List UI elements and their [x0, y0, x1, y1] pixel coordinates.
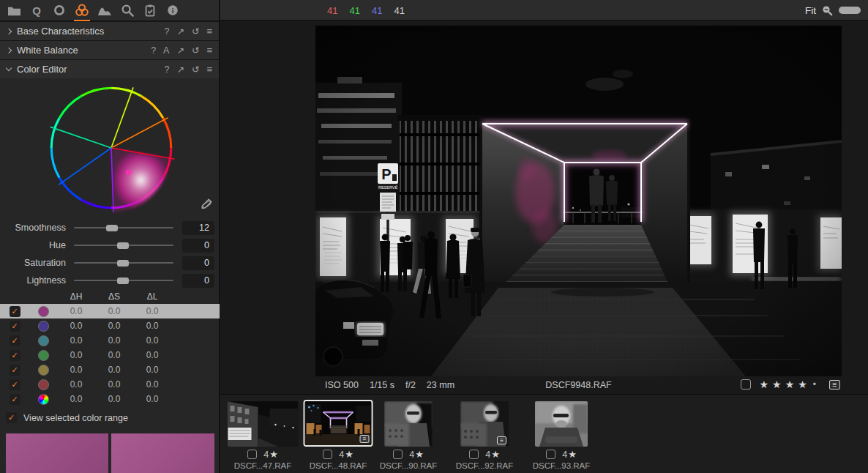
color-range-swatch[interactable] [38, 379, 49, 390]
lens-tab[interactable] [50, 1, 68, 19]
eyedropper-icon [200, 198, 213, 211]
filmstrip-item[interactable]: 4★ DSCF...93.RAF [521, 395, 602, 473]
reset-icon[interactable]: ↺ [192, 64, 199, 75]
magnifier-icon [121, 4, 135, 18]
table-row[interactable]: ✓ 0.0 0.0 0.0 [0, 377, 220, 392]
select-checkbox[interactable] [741, 379, 751, 390]
expand-icon[interactable]: ↗ [176, 64, 184, 75]
color-range-swatch[interactable] [38, 350, 49, 361]
star-icon[interactable]: ★ [798, 379, 807, 390]
slider-label: Saturation [0, 258, 66, 268]
col-delta-l: ΔL [133, 291, 171, 304]
slider-value[interactable]: 0 [182, 256, 214, 270]
zoom-out-magnifier-icon[interactable] [822, 5, 833, 16]
thumb-checkbox[interactable] [393, 450, 403, 459]
slider-track[interactable] [74, 242, 173, 249]
thumb-rating[interactable]: 4★ [409, 449, 424, 460]
color-range-swatch[interactable] [38, 306, 49, 317]
chevron-right-icon[interactable] [6, 28, 12, 34]
slider-track[interactable] [74, 259, 173, 267]
chevron-right-icon[interactable] [6, 47, 12, 53]
row-checkbox[interactable]: ✓ [10, 321, 20, 332]
star-icon[interactable]: ★ [785, 379, 795, 390]
details-tab[interactable] [119, 1, 136, 19]
row-checkbox[interactable]: ✓ [10, 335, 20, 346]
thumbnail-image[interactable]: ≡ [304, 400, 373, 447]
zoom-slider-handle[interactable] [839, 7, 861, 14]
color-editor-header[interactable]: Color Editor ? ↗ ↺ ≡ [0, 59, 219, 78]
color-range-swatch[interactable] [38, 365, 49, 376]
slider-value[interactable]: 0 [182, 239, 214, 253]
star-placeholder-icon[interactable]: • [811, 379, 818, 390]
slider-value[interactable]: 0 [182, 274, 214, 288]
metadata-tab[interactable]: i [164, 1, 182, 19]
slider-track[interactable] [74, 277, 173, 284]
thumb-rating[interactable]: 4★ [339, 449, 353, 460]
star-icon[interactable]: ★ [772, 379, 782, 390]
library-tab[interactable] [5, 1, 23, 19]
reset-icon[interactable]: ↺ [192, 26, 199, 37]
note-icon[interactable]: ≡ [829, 380, 840, 390]
expand-icon[interactable]: ↗ [176, 45, 184, 56]
exposure-tab[interactable] [96, 1, 113, 19]
thumb-filename: DSCF...93.RAF [514, 461, 609, 470]
all-colors-swatch[interactable] [38, 394, 49, 405]
auto-adjust-icon[interactable]: A [163, 45, 169, 56]
color-range-swatch[interactable] [38, 335, 49, 346]
thumbnail-image[interactable]: ≡ [460, 401, 509, 447]
thumbnail-image[interactable] [384, 401, 433, 447]
row-checkbox[interactable]: ✓ [10, 306, 20, 317]
thumb-rating[interactable]: 4★ [263, 449, 278, 460]
table-row[interactable]: ✓ 0.0 0.0 0.0 [0, 362, 220, 377]
help-icon[interactable]: ? [164, 26, 169, 37]
slider-knob[interactable] [117, 278, 129, 284]
slider-knob[interactable] [117, 242, 129, 249]
expand-icon[interactable]: ↗ [176, 26, 184, 37]
thumbnail-image[interactable] [535, 401, 588, 447]
preset-menu-icon[interactable]: ≡ [206, 26, 212, 37]
row-checkbox[interactable]: ✓ [10, 350, 20, 361]
preset-menu-icon[interactable]: ≡ [206, 64, 212, 75]
filmstrip-item[interactable]: ≡ 4★ DSCF...92.RAF [444, 395, 525, 473]
thumb-checkbox[interactable] [546, 450, 555, 459]
view-range-checkbox[interactable]: ✓ [6, 412, 17, 423]
table-row[interactable]: ✓ 0.0 0.0 0.0 [0, 333, 220, 348]
row-checkbox[interactable]: ✓ [10, 394, 20, 405]
slider-value[interactable]: 12 [182, 221, 214, 235]
color-range-swatch[interactable] [38, 321, 49, 332]
table-row[interactable]: ✓ 0.0 0.0 0.0 [0, 304, 220, 319]
row-checkbox[interactable]: ✓ [10, 379, 20, 390]
adjustments-tab[interactable] [141, 1, 159, 19]
row-checkbox[interactable]: ✓ [10, 365, 20, 376]
thumb-checkbox[interactable] [323, 450, 332, 459]
color-tab[interactable] [73, 1, 91, 19]
star-icon[interactable]: ★ [760, 379, 769, 390]
photo-image[interactable]: P RESERVÉ [315, 26, 842, 376]
capture-tab[interactable]: Q [28, 1, 45, 19]
slider-label: Hue [0, 240, 66, 250]
thumb-rating[interactable]: 4★ [562, 449, 577, 460]
slider-track[interactable] [74, 224, 173, 231]
chevron-down-icon[interactable] [6, 65, 12, 71]
slider-knob[interactable] [117, 260, 129, 267]
color-picker-button[interactable] [200, 198, 213, 211]
help-icon[interactable]: ? [164, 64, 169, 75]
zoom-fit-label[interactable]: Fit [805, 5, 816, 16]
view-selected-range[interactable]: ✓ View selected color range [6, 412, 128, 423]
thumb-checkbox[interactable] [247, 450, 257, 459]
thumb-checkbox[interactable] [469, 450, 479, 459]
base-characteristics-header[interactable]: Base Characteristics ? ↗ ↺ ≡ [0, 21, 219, 40]
reset-icon[interactable]: ↺ [192, 45, 199, 56]
white-balance-header[interactable]: White Balance ? A ↗ ↺ ≡ [0, 40, 219, 59]
help-icon[interactable]: ? [151, 45, 156, 56]
thumb-rating[interactable]: 4★ [485, 449, 500, 460]
table-row[interactable]: ✓ 0.0 0.0 0.0 [0, 348, 220, 362]
preset-menu-icon[interactable]: ≡ [206, 45, 212, 56]
thumbnail-image[interactable] [228, 401, 299, 447]
table-row[interactable]: ✓ 0.0 0.0 0.0 [0, 319, 220, 333]
rating-controls: ★ ★ ★ ★ • ≡ [741, 379, 840, 390]
table-row[interactable]: ✓ 0.0 0.0 0.0 [0, 392, 220, 406]
delta-h-value: 0.0 [57, 321, 95, 331]
slider-knob[interactable] [106, 225, 118, 231]
color-wheel[interactable] [44, 81, 179, 215]
